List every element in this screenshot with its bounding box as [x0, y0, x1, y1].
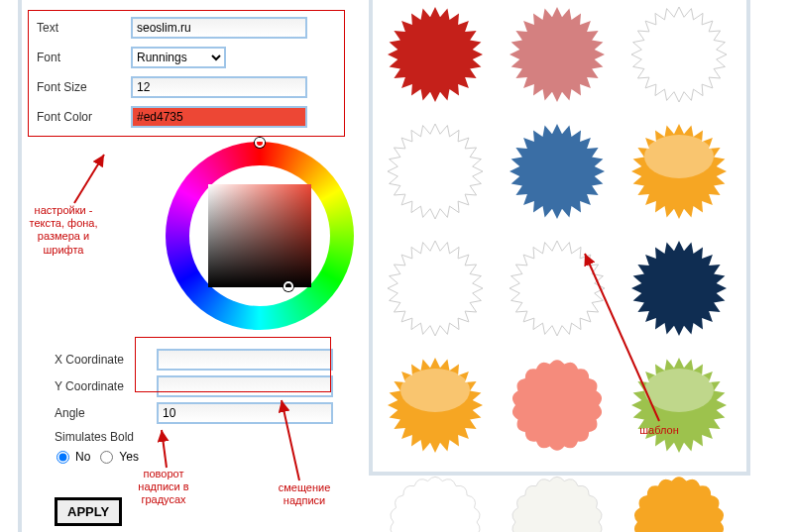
template-badge[interactable] [624, 117, 734, 226]
arrow-icon [575, 248, 674, 429]
annotation-settings: настройки - текста, фона, размера и шриф… [24, 204, 103, 257]
text-input[interactable] [131, 17, 307, 39]
ycoord-input[interactable] [157, 375, 333, 397]
template-badge[interactable] [381, 0, 490, 109]
arrow-icon [278, 396, 317, 488]
font-label: Font [37, 51, 131, 64]
font-select[interactable]: Runnings [131, 47, 226, 68]
text-settings-group: Text Font Runnings Font Size Font Color … [37, 0, 354, 135]
template-badge[interactable] [381, 117, 490, 226]
xcoord-label: X Coordinate [55, 353, 157, 367]
simbold-yes-radio[interactable] [100, 451, 113, 464]
svg-point-11 [400, 369, 470, 412]
template-badge[interactable] [381, 234, 490, 343]
svg-marker-3 [388, 124, 483, 219]
svg-marker-1 [510, 7, 605, 102]
sv-square[interactable] [208, 184, 311, 287]
template-grid [369, 0, 750, 476]
yes-label: Yes [119, 450, 139, 464]
svg-line-15 [162, 430, 167, 468]
angle-label: Angle [55, 406, 157, 420]
no-label: No [75, 450, 90, 464]
svg-marker-4 [510, 124, 605, 219]
hue-handle[interactable] [255, 138, 265, 148]
color-picker[interactable] [166, 142, 354, 330]
svg-marker-7 [388, 241, 483, 336]
sv-handle[interactable] [284, 281, 293, 291]
template-badge[interactable] [624, 0, 734, 109]
apply-button[interactable]: APPLY [55, 497, 122, 526]
template-badge[interactable] [503, 117, 612, 226]
ycoord-label: Y Coordinate [55, 379, 157, 393]
fontsize-label: Font Size [37, 80, 131, 94]
svg-point-6 [644, 135, 714, 178]
template-badge[interactable] [503, 0, 612, 109]
svg-marker-2 [631, 7, 727, 102]
template-badge[interactable] [624, 468, 734, 532]
template-badge[interactable] [381, 468, 490, 532]
template-badge[interactable] [503, 468, 612, 532]
fontsize-input[interactable] [131, 76, 307, 98]
fontcolor-input[interactable]: #ed4735 [131, 106, 307, 128]
svg-marker-0 [388, 7, 483, 102]
svg-line-16 [282, 400, 299, 480]
arrow-icon [157, 426, 186, 474]
arrow-icon [69, 149, 119, 211]
template-badge[interactable] [381, 351, 490, 460]
simbold-no-radio[interactable] [57, 451, 69, 464]
fontcolor-label: Font Color [37, 110, 131, 124]
text-label: Text [37, 21, 131, 35]
simbold-label: Simulates Bold [55, 430, 134, 444]
svg-line-17 [585, 254, 659, 421]
svg-line-14 [74, 155, 104, 203]
xcoord-input[interactable] [157, 349, 333, 371]
